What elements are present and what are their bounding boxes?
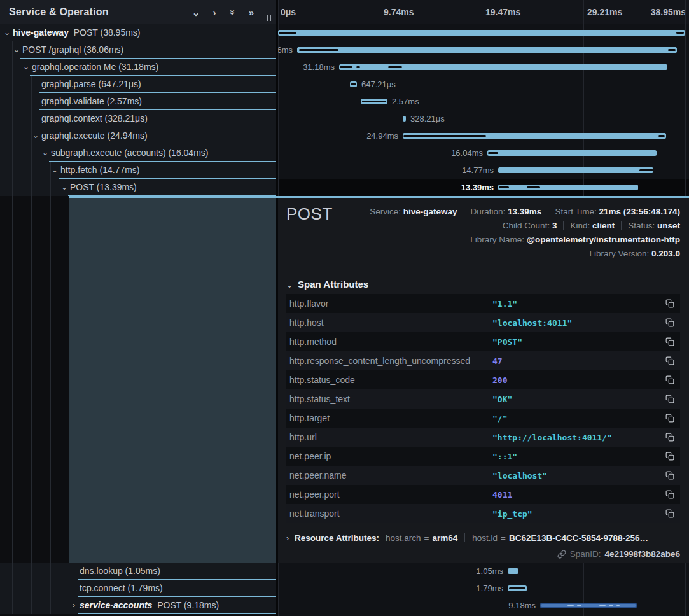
span-bar-subgraph-execute-accounts[interactable] <box>487 150 657 156</box>
indent-guide <box>3 563 3 580</box>
copy-icon[interactable] <box>653 337 680 346</box>
indent-guide <box>41 580 41 597</box>
service-name: hive-gateway <box>13 27 69 38</box>
span-duration-label: 9.18ms <box>508 597 536 614</box>
span-row-http-fetch[interactable]: ⌄http.fetch (14.77ms) <box>0 162 276 179</box>
chevron-right-icon: › <box>286 534 289 543</box>
meta-label: Kind: <box>570 221 592 230</box>
child-span-mark <box>527 186 540 188</box>
indent-guide <box>12 76 13 93</box>
span-bar-post-graphql[interactable] <box>297 47 677 53</box>
span-row-subgraph-execute-accounts[interactable]: ⌄subgraph.execute (accounts) (16.04ms) <box>0 144 276 162</box>
panel-title: Service & Operation <box>9 0 109 24</box>
chevron-down-icon[interactable]: ⌄ <box>22 59 31 76</box>
attribute-key: http.host <box>286 318 492 328</box>
timeline-tick: 9.74ms <box>384 0 414 24</box>
indent-guide <box>12 127 13 144</box>
copy-icon[interactable] <box>653 490 680 499</box>
collapse-all-icon[interactable]: » <box>228 8 238 17</box>
copy-icon[interactable] <box>653 395 680 403</box>
indent-guide <box>12 580 13 597</box>
resource-key: host.arch <box>386 533 421 543</box>
span-row-dns-lookup[interactable]: dns.lookup (1.05ms) <box>0 563 276 580</box>
indent-guide <box>31 144 32 162</box>
indent-guide <box>3 93 3 110</box>
attribute-value: "::1" <box>492 452 653 461</box>
span-bar-http-fetch[interactable] <box>498 167 653 173</box>
span-tree-header: Service & Operation ⌄›»» <box>0 0 276 24</box>
copy-icon[interactable] <box>653 471 680 480</box>
span-row-post-selected[interactable]: ⌄POST (13.39ms) <box>0 179 276 196</box>
span-row-graphql-validate[interactable]: graphql.validate (2.57ms) <box>0 93 276 110</box>
chevron-down-icon[interactable]: ⌄ <box>60 179 69 196</box>
span-bar-graphql-validate[interactable] <box>361 99 387 104</box>
span-row-graphql-context[interactable]: graphql.context (328.21μs) <box>0 110 276 127</box>
detail-meta-line: Child Count: 3Kind: clientStatus: unset <box>370 219 680 233</box>
copy-icon[interactable] <box>653 452 680 461</box>
span-bar-graphql-execute[interactable] <box>403 133 666 139</box>
chevron-down-icon[interactable]: ⌄ <box>12 41 21 59</box>
copy-icon[interactable] <box>653 433 680 442</box>
span-row-graphql-operation-me[interactable]: ⌄graphql.operation Me (31.18ms) <box>0 59 276 76</box>
span-row-hive-gateway-post[interactable]: ⌄hive-gateway POST (38.95ms) <box>0 24 276 41</box>
expand-one-icon[interactable]: › <box>210 8 219 17</box>
chevron-right-icon[interactable]: › <box>69 597 78 614</box>
child-span-mark <box>488 152 498 154</box>
child-span-mark <box>509 587 525 589</box>
span-bar-graphql-parse[interactable] <box>350 81 357 87</box>
copy-icon[interactable] <box>653 414 680 423</box>
panel-divider[interactable] <box>276 0 278 616</box>
timeline-header: 0μs9.74ms19.47ms29.21ms38.95ms <box>276 0 689 24</box>
span-row-tcp-connect[interactable]: tcp.connect (1.79ms) <box>0 580 276 597</box>
copy-icon[interactable] <box>653 299 680 308</box>
copy-icon[interactable] <box>653 509 680 518</box>
resource-attributes-row[interactable]: ›Resource Attributes:host.arch=arm64host… <box>286 531 648 545</box>
equals-sign: = <box>424 533 429 543</box>
span-row-graphql-execute[interactable]: ⌄graphql.execute (24.94ms) <box>0 127 276 144</box>
chevron-down-icon[interactable]: ⌄ <box>31 127 40 144</box>
span-bar-hive-gateway-post[interactable] <box>278 30 685 36</box>
timeline-panel: 0μs9.74ms19.47ms29.21ms38.95ms 36.06ms31… <box>276 0 689 616</box>
copy-icon[interactable] <box>653 318 680 327</box>
span-bar-graphql-context[interactable] <box>403 116 406 122</box>
attribute-key: net.transport <box>286 508 492 519</box>
collapse-one-icon[interactable]: ⌄ <box>191 8 200 17</box>
meta-value: unset <box>657 221 680 230</box>
span-row-label: dns.lookup (1.05ms) <box>80 563 160 580</box>
span-bar-dns-lookup[interactable] <box>508 568 518 574</box>
span-row-graphql-parse[interactable]: graphql.parse (647.21μs) <box>0 76 276 93</box>
attribute-key: net.peer.name <box>286 470 492 480</box>
span-bar-graphql-operation-me[interactable] <box>339 64 667 70</box>
chevron-down-icon: ⌄ <box>286 281 293 290</box>
chevron-down-icon[interactable]: ⌄ <box>3 24 11 41</box>
panel-resize-grip[interactable] <box>266 15 272 22</box>
indent-guide <box>60 580 60 597</box>
span-row-service-accounts-post[interactable]: ›service-accounts POST (9.18ms) <box>0 597 276 614</box>
span-bar-post-selected[interactable] <box>498 185 638 190</box>
link-icon[interactable] <box>557 550 566 559</box>
span-row-label: hive-gateway POST (38.95ms) <box>13 24 141 41</box>
expand-all-icon[interactable]: » <box>247 8 256 17</box>
copy-icon[interactable] <box>653 375 680 384</box>
indent-guide <box>3 196 3 563</box>
child-span-mark <box>388 66 402 68</box>
chevron-down-icon[interactable]: ⌄ <box>41 144 50 162</box>
span-duration-label: 2.57ms <box>392 93 419 110</box>
span-detail-title: POST <box>286 204 333 224</box>
span-detail-panel: POST Service: hive-gatewayDuration: 13.3… <box>276 198 689 563</box>
attribute-row: net.peer.name"localhost" <box>286 466 680 485</box>
indent-guide <box>50 563 51 580</box>
copy-icon[interactable] <box>653 356 680 365</box>
resource-separator <box>464 533 465 542</box>
meta-label: Duration: <box>471 207 508 216</box>
span-row-post-graphql[interactable]: ⌄POST /graphql (36.06ms) <box>0 41 276 59</box>
span-bar-tcp-connect[interactable] <box>508 585 527 591</box>
attribute-row: http.response_content_length_uncompresse… <box>286 351 680 370</box>
meta-separator <box>464 207 464 216</box>
attribute-row: http.host"localhost:4011" <box>286 313 680 332</box>
span-bar-service-accounts-post[interactable] <box>540 603 637 608</box>
span-attributes-header[interactable]: ⌄Span Attributes <box>286 279 368 290</box>
detail-meta-line: Service: hive-gatewayDuration: 13.39msSt… <box>370 205 680 219</box>
chevron-down-icon[interactable]: ⌄ <box>50 162 59 179</box>
child-span-mark <box>616 605 620 606</box>
